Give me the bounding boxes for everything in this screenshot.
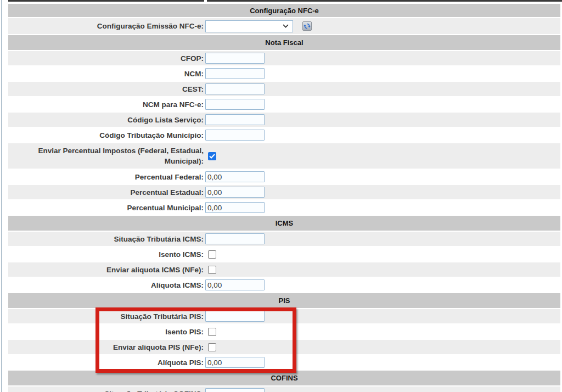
percentual-municipal-input[interactable] [205,202,265,213]
field-label-ncm: NCM: [8,66,205,81]
field-label-situacao-tributaria-cofins: Situação Tributária COFINS: [8,387,205,392]
field-label-situacao-tributaria-icms: Situação Tributária ICMS: [8,232,205,246]
field-label-ncm-para-nfce: NCM para NFC-e: [8,97,205,111]
field-label-text: NCM para NFC-e: [8,99,204,110]
form-row-cest: CEST: [8,82,560,96]
field-label-text: Alíquota PIS: [8,357,204,368]
field-label-text: Isento PIS: [8,327,204,337]
percentual-federal-input[interactable] [205,171,265,182]
section-rows-pis: Situação Tributária PIS:Isento PIS:Envia… [8,309,560,369]
form-row-situacao-tributaria-pis: Situação Tributária PIS: [8,309,560,323]
field-label-cfop: CFOP: [8,51,205,65]
field-cell-percentual-estadual [205,185,560,199]
section-header-cofins: COFINS [8,371,560,385]
ncm-para-nfce-input[interactable] [205,99,265,110]
field-label-cest: CEST: [8,82,205,96]
form-row-codigo-tributacao-municipio: Código Tributação Município: [8,128,560,142]
field-label-text: Percentual Estadual: [8,187,204,198]
field-label-text: Enviar aliquota PIS (NFe): [8,342,204,352]
ncm-input[interactable] [205,68,265,79]
field-label-codigo-lista-servico: Código Lista Serviço: [8,113,205,127]
top-divider-bar-left [8,0,204,2]
field-label-text: Configuração Emissão NFC-e: [8,21,204,31]
configuracao-emissao-nfce-select[interactable] [205,20,293,32]
form-row-enviar-aliquota-pis-nfe: Enviar aliquota PIS (NFe): [8,340,560,354]
situacao-tributaria-icms-input[interactable] [205,233,265,244]
field-label-enviar-aliquota-icms-nfe: Enviar aliquota ICMS (NFe): [8,262,205,277]
field-cell-isento-icms [205,247,560,261]
field-cell-codigo-lista-servico [205,113,560,127]
field-label-text: Situação Tributária ICMS: [8,234,204,244]
isento-pis-checkbox[interactable] [208,328,216,336]
field-label-text: Enviar aliquota ICMS (NFe): [8,265,204,275]
field-cell-percentual-federal [205,170,560,184]
section-rows-configuracao-nfce: Configuração Emissão NFC-e: [8,18,560,34]
field-label-situacao-tributaria-pis: Situação Tributária PIS: [8,309,205,323]
form-row-percentual-estadual: Percentual Estadual: [8,185,560,199]
field-cell-cest [205,82,560,96]
page-left-border-line [1,0,2,392]
field-label-text: Percentual Municipal: [8,203,204,213]
field-label-enviar-percentual-impostos: Enviar Percentual Impostos (Federal, Est… [8,143,205,169]
chevron-down-icon [283,24,289,28]
enviar-aliquota-pis-nfe-checkbox[interactable] [208,343,216,351]
field-label-configuracao-emissao-nfce: Configuração Emissão NFC-e: [8,18,205,34]
codigo-tributacao-municipio-input[interactable] [205,130,265,141]
field-label-text: Código Tributação Município: [8,130,204,141]
form-row-cfop: CFOP: [8,51,560,65]
form-row-ncm: NCM: [8,66,560,81]
form-row-configuracao-emissao-nfce: Configuração Emissão NFC-e: [8,18,560,34]
section-header-configuracao-nfce: Configuração NFC-e [8,4,560,17]
form-row-enviar-percentual-impostos: Enviar Percentual Impostos (Federal, Est… [8,143,560,169]
form-row-aliquota-pis: Alíquota PIS: [8,355,560,369]
section-header-pis: PIS [8,293,560,308]
form-row-isento-icms: Isento ICMS: [8,247,560,261]
form-row-situacao-tributaria-cofins: Situação Tributária COFINS: [8,387,560,392]
field-cell-situacao-tributaria-icms [205,232,560,246]
field-label-aliquota-pis: Alíquota PIS: [8,355,205,369]
check-icon [209,154,215,159]
field-label-codigo-tributacao-municipio: Código Tributação Município: [8,128,205,142]
field-cell-isento-pis [205,324,560,339]
cfop-input[interactable] [205,53,265,64]
field-label-isento-pis: Isento PIS: [8,324,205,339]
field-label-text: CFOP: [8,53,204,64]
percentual-estadual-input[interactable] [205,187,265,198]
form-row-percentual-municipal: Percentual Municipal: [8,200,560,215]
field-cell-aliquota-icms [205,278,560,292]
field-label-text: Código Lista Serviço: [8,115,204,125]
isento-icms-checkbox[interactable] [208,250,216,259]
section-header-nota-fiscal: Nota Fiscal [8,35,560,50]
field-cell-ncm-para-nfce [205,97,560,111]
enviar-aliquota-icms-nfe-checkbox[interactable] [208,266,216,274]
aliquota-pis-input[interactable] [205,357,265,368]
field-cell-situacao-tributaria-cofins [205,387,560,392]
aliquota-icms-input[interactable] [205,279,265,290]
refresh-icon [304,23,311,30]
field-cell-cfop [205,51,560,65]
refresh-button[interactable] [302,21,312,31]
section-rows-nota-fiscal: CFOP:NCM:CEST:NCM para NFC-e:Código List… [8,51,560,215]
field-label-text: Situação Tributária COFINS: [8,389,204,392]
field-label-aliquota-icms: Alíquota ICMS: [8,278,205,292]
form-row-enviar-aliquota-icms-nfe: Enviar aliquota ICMS (NFe): [8,262,560,277]
form-row-isento-pis: Isento PIS: [8,324,560,339]
field-label-isento-icms: Isento ICMS: [8,247,205,261]
field-cell-enviar-aliquota-icms-nfe [205,262,560,277]
field-cell-codigo-tributacao-municipio [205,128,560,142]
top-divider-bar-right [207,0,562,2]
form-row-percentual-federal: Percentual Federal: [8,170,560,184]
field-cell-enviar-percentual-impostos [205,143,560,169]
situacao-tributaria-pis-input[interactable] [205,311,265,322]
field-cell-ncm [205,66,560,81]
codigo-lista-servico-input[interactable] [205,114,265,125]
cest-input[interactable] [205,83,265,94]
enviar-percentual-impostos-checkbox[interactable] [208,152,216,160]
section-header-icms: ICMS [8,216,560,231]
form-row-codigo-lista-servico: Código Lista Serviço: [8,113,560,127]
form-table: Configuração NFC-eConfiguração Emissão N… [8,4,560,392]
section-rows-cofins: Situação Tributária COFINS: [8,387,560,392]
field-label-text: Alíquota ICMS: [8,280,204,290]
field-label-percentual-federal: Percentual Federal: [8,170,205,184]
situacao-tributaria-cofins-input[interactable] [205,388,265,392]
